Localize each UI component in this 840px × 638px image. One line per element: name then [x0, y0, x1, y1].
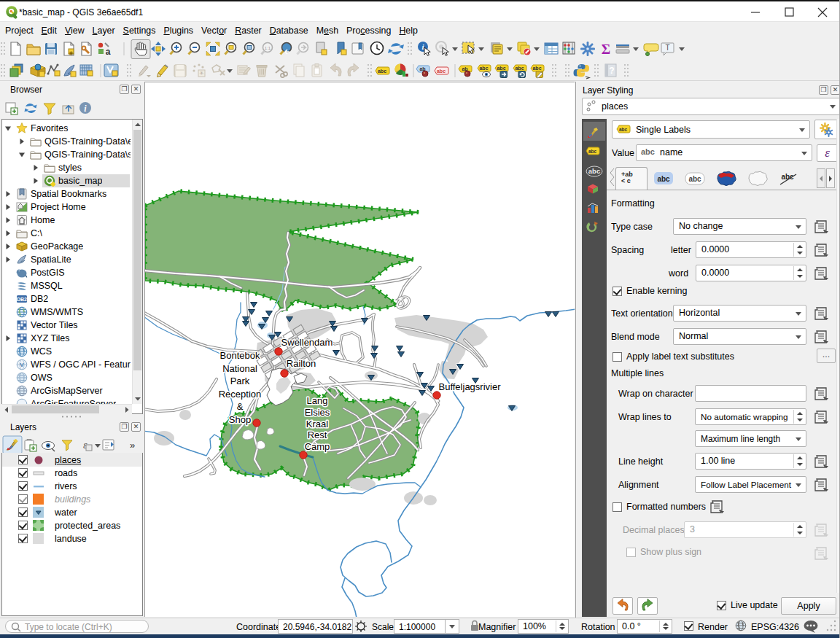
svg-text:?: ?: [609, 66, 614, 76]
svg-text:a: a: [106, 47, 111, 57]
svg-text:Kraal: Kraal: [306, 419, 328, 429]
svg-text:abc: abc: [497, 66, 505, 71]
svg-text:abc: abc: [688, 175, 701, 183]
svg-text:abc: abc: [532, 66, 541, 71]
svg-text:Railton: Railton: [287, 358, 316, 369]
svg-text:»: »: [130, 440, 135, 451]
svg-text:Reception: Reception: [219, 389, 262, 400]
svg-text:abc: abc: [378, 69, 386, 74]
svg-text:National: National: [222, 363, 257, 374]
svg-text:Σ: Σ: [602, 42, 610, 57]
svg-text:abc: abc: [657, 175, 670, 183]
svg-text:abc: abc: [588, 149, 597, 154]
svg-text:Swellendam: Swellendam: [281, 337, 333, 348]
svg-text:abc: abc: [588, 167, 600, 175]
svg-text:abc: abc: [437, 69, 446, 74]
svg-text:Lang: Lang: [307, 395, 328, 406]
svg-text:V: V: [20, 362, 24, 368]
svg-text:Shop: Shop: [229, 414, 251, 425]
svg-text:abc: abc: [479, 66, 488, 71]
svg-text:Rest: Rest: [308, 429, 327, 440]
svg-text:abc: abc: [619, 127, 628, 132]
svg-text:✳: ✳: [69, 50, 74, 57]
svg-text:&: &: [237, 401, 244, 412]
svg-text:Camp: Camp: [305, 441, 330, 452]
svg-text:Buffeljagsrivier: Buffeljagsrivier: [438, 381, 501, 392]
svg-text:Elsies: Elsies: [305, 407, 330, 418]
svg-text:1:1: 1:1: [265, 46, 271, 50]
svg-text:T: T: [665, 44, 669, 52]
svg-text:Bontebok: Bontebok: [220, 350, 260, 361]
svg-text:Park: Park: [230, 376, 250, 386]
svg-text:abc: abc: [515, 66, 524, 71]
svg-text:DB2: DB2: [17, 297, 27, 302]
svg-text:✳: ✳: [199, 70, 204, 77]
